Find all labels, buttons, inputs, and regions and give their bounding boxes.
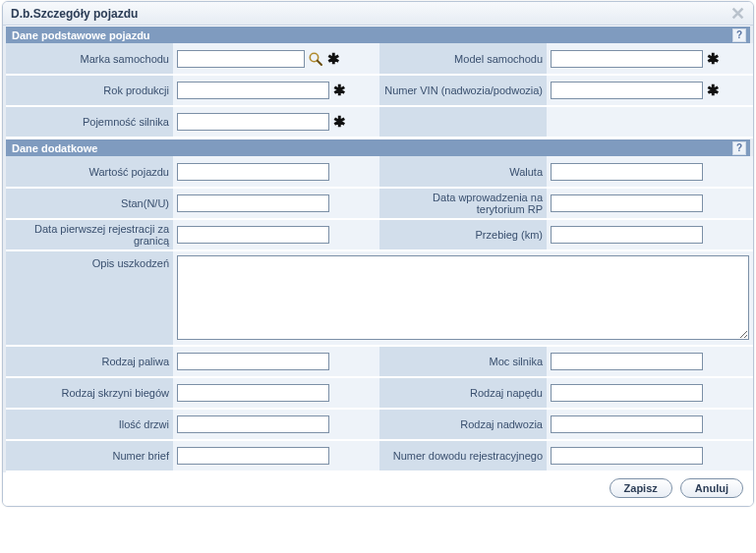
dialog-footer: Zapisz Anuluj <box>3 472 753 506</box>
waluta-field[interactable] <box>551 163 703 181</box>
required-icon: ✱ <box>332 85 346 95</box>
help-icon[interactable]: ? <box>732 141 746 155</box>
label-wartosc: Wartość pojazdu <box>6 156 173 188</box>
data-rej-field[interactable] <box>177 226 329 244</box>
label-nadwozie: Rodzaj nadwozia <box>379 409 547 440</box>
basic-form-table: Marka samochodu ✱ Model samochodu <box>6 43 753 138</box>
paliwo-field[interactable] <box>177 353 329 370</box>
label-vin: Numer VIN (nadwozia/podwozia) <box>379 75 547 106</box>
label-dowod: Numer dowodu rejestracyjnego <box>379 440 547 471</box>
label-stan: Stan(N/U) <box>6 188 173 219</box>
empty-cell <box>379 106 547 138</box>
dowod-field[interactable] <box>551 447 703 465</box>
help-icon[interactable]: ? <box>732 28 746 42</box>
skrzynia-field[interactable] <box>177 384 329 402</box>
stan-field[interactable] <box>177 194 329 212</box>
nadwozie-field[interactable] <box>551 415 703 433</box>
label-drzwi: Ilość drzwi <box>6 409 173 440</box>
przebieg-field[interactable] <box>551 226 703 244</box>
label-data-rej: Data pierwszej rejestracji za granicą <box>6 219 173 250</box>
section-header-extra: Dane dodatkowe ? <box>6 138 750 156</box>
section-title-extra: Dane dodatkowe <box>12 142 97 154</box>
label-rok: Rok produkcji <box>6 75 173 106</box>
naped-field[interactable] <box>551 384 703 402</box>
search-icon[interactable] <box>308 51 323 67</box>
vin-field[interactable] <box>551 82 703 99</box>
section-header-basic: Dane podstawowe pojazdu ? <box>6 26 750 43</box>
drzwi-field[interactable] <box>177 415 329 433</box>
pojemnosc-field[interactable] <box>177 113 329 131</box>
cancel-button[interactable]: Anuluj <box>680 478 743 498</box>
save-button[interactable]: Zapisz <box>610 478 672 498</box>
opis-field[interactable] <box>177 255 749 340</box>
empty-cell <box>547 106 753 138</box>
form-body: Dane podstawowe pojazdu ? Marka samochod… <box>3 26 753 472</box>
vehicle-details-dialog: D.b.Szczegóły pojazdu ✕ Dane podstawowe … <box>2 1 754 507</box>
required-icon: ✱ <box>706 85 720 95</box>
required-icon: ✱ <box>326 54 340 64</box>
rok-field[interactable] <box>177 82 329 99</box>
required-icon: ✱ <box>706 54 720 64</box>
label-pojemnosc: Pojemność silnika <box>6 106 173 138</box>
label-waluta: Waluta <box>379 156 547 188</box>
svg-line-1 <box>318 60 321 64</box>
label-brief: Numer brief <box>6 440 173 471</box>
model-field[interactable] <box>551 50 703 68</box>
section-title-basic: Dane podstawowe pojazdu <box>12 29 150 41</box>
wartosc-field[interactable] <box>177 163 329 181</box>
label-przebieg: Przebieg (km) <box>379 219 547 250</box>
label-paliwo: Rodzaj paliwa <box>6 346 173 377</box>
required-icon: ✱ <box>332 117 346 127</box>
close-icon[interactable]: ✕ <box>730 7 745 21</box>
label-data-wpr: Data wprowadzenia na terytorium RP <box>379 188 547 219</box>
label-moc: Moc silnika <box>379 346 547 377</box>
label-skrzynia: Rodzaj skrzyni biegów <box>6 377 173 409</box>
label-marka: Marka samochodu <box>6 43 173 75</box>
extra-form-table: Wartość pojazdu Waluta Stan(N/U) Data wp… <box>6 156 753 472</box>
label-opis: Opis uszkodzeń <box>6 250 173 346</box>
label-model: Model samochodu <box>379 43 547 75</box>
label-naped: Rodzaj napędu <box>379 377 547 409</box>
marka-field[interactable] <box>177 50 305 68</box>
moc-field[interactable] <box>551 353 703 370</box>
data-wpr-field[interactable] <box>551 194 703 212</box>
brief-field[interactable] <box>177 447 329 465</box>
titlebar: D.b.Szczegóły pojazdu ✕ <box>3 2 753 26</box>
dialog-title: D.b.Szczegóły pojazdu <box>11 7 138 21</box>
